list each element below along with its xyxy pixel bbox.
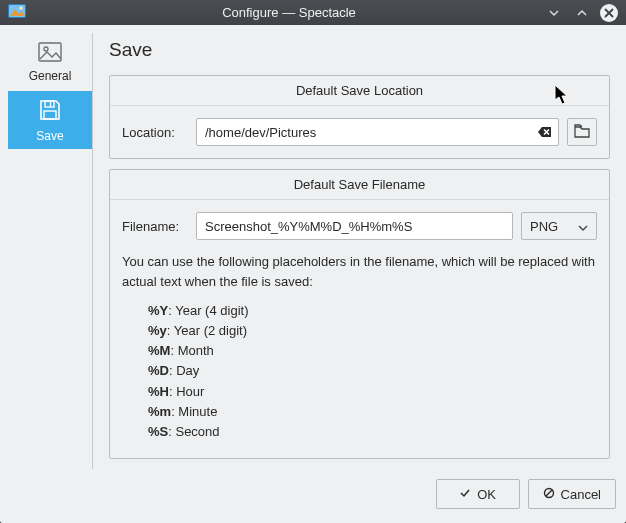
ok-button[interactable]: OK bbox=[436, 479, 520, 509]
main-panel: Save Default Save Location Location: bbox=[93, 33, 618, 469]
button-label: OK bbox=[477, 487, 496, 502]
check-icon bbox=[459, 487, 471, 502]
sidebar: General Save bbox=[8, 33, 93, 469]
svg-point-3 bbox=[19, 6, 22, 9]
chevron-down-icon bbox=[578, 219, 588, 234]
location-input[interactable] bbox=[196, 118, 559, 146]
svg-rect-6 bbox=[45, 101, 54, 107]
page-title: Save bbox=[109, 39, 610, 61]
group-save-location: Default Save Location Location: bbox=[109, 75, 610, 159]
image-icon bbox=[38, 42, 62, 65]
format-value: PNG bbox=[530, 219, 558, 234]
placeholder-item: %S: Second bbox=[148, 422, 597, 442]
filename-input[interactable] bbox=[196, 212, 513, 240]
group-save-filename: Default Save Filename Filename: PNG bbox=[109, 169, 610, 459]
svg-point-5 bbox=[44, 47, 48, 51]
placeholder-item: %H: Hour bbox=[148, 382, 597, 402]
placeholder-item: %M: Month bbox=[148, 341, 597, 361]
app-icon bbox=[8, 4, 34, 21]
placeholder-item: %y: Year (2 digit) bbox=[148, 321, 597, 341]
placeholder-list: %Y: Year (4 digit) %y: Year (2 digit) %M… bbox=[148, 301, 597, 442]
window: Configure — Spectacle General bbox=[0, 0, 626, 523]
clear-icon[interactable] bbox=[537, 124, 553, 140]
sidebar-item-save[interactable]: Save bbox=[8, 91, 92, 149]
browse-button[interactable] bbox=[567, 118, 597, 146]
placeholder-item: %Y: Year (4 digit) bbox=[148, 301, 597, 321]
dialog-body: General Save Save Default Save Location bbox=[0, 25, 626, 523]
format-select[interactable]: PNG bbox=[521, 212, 597, 240]
filename-label: Filename: bbox=[122, 219, 188, 234]
minimize-button[interactable] bbox=[544, 3, 564, 23]
cancel-icon bbox=[543, 487, 555, 502]
button-row: OK Cancel bbox=[8, 469, 618, 515]
help-text: You can use the following placeholders i… bbox=[122, 252, 597, 291]
location-label: Location: bbox=[122, 125, 188, 140]
sidebar-item-general[interactable]: General bbox=[8, 33, 92, 91]
maximize-button[interactable] bbox=[572, 3, 592, 23]
svg-line-10 bbox=[546, 490, 552, 496]
group-title: Default Save Filename bbox=[110, 170, 609, 200]
window-title: Configure — Spectacle bbox=[34, 5, 544, 20]
placeholder-item: %m: Minute bbox=[148, 402, 597, 422]
window-controls bbox=[544, 3, 618, 23]
floppy-icon bbox=[38, 98, 62, 125]
svg-rect-7 bbox=[44, 111, 56, 119]
cancel-button[interactable]: Cancel bbox=[528, 479, 616, 509]
placeholder-item: %D: Day bbox=[148, 361, 597, 381]
group-title: Default Save Location bbox=[110, 76, 609, 106]
button-label: Cancel bbox=[561, 487, 601, 502]
svg-rect-4 bbox=[39, 43, 61, 61]
folder-icon bbox=[574, 124, 590, 141]
sidebar-item-label: Save bbox=[36, 129, 63, 143]
titlebar: Configure — Spectacle bbox=[0, 0, 626, 25]
sidebar-item-label: General bbox=[29, 69, 72, 83]
close-button[interactable] bbox=[600, 4, 618, 22]
content-row: General Save Save Default Save Location bbox=[8, 33, 618, 469]
